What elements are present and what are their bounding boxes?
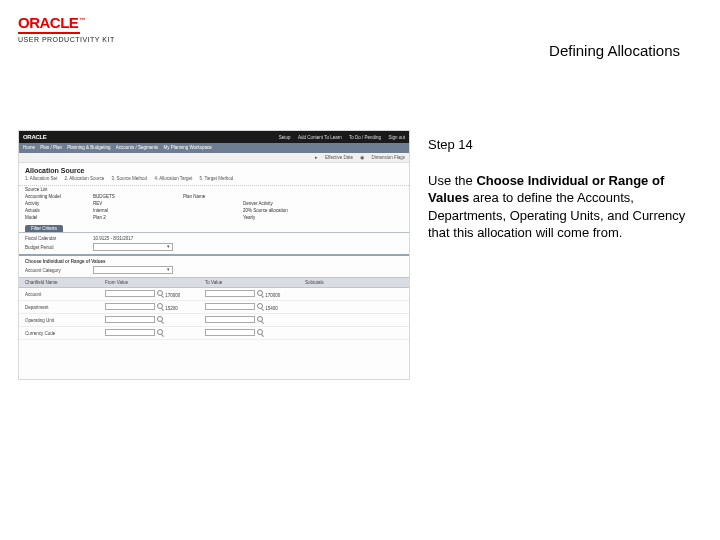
ss-steps: 1. Allocation Set 2. Allocation Source 3… xyxy=(19,176,409,186)
ss-grid-row: Department 15200 15400 xyxy=(19,301,409,314)
to-input[interactable] xyxy=(205,329,255,336)
search-icon[interactable] xyxy=(257,303,264,310)
from-input[interactable] xyxy=(105,303,155,310)
from-input[interactable] xyxy=(105,316,155,323)
upk-label: USER PRODUCTIVITY KIT xyxy=(18,36,115,43)
ss-panel2-title: Choose Individual or Range of Values xyxy=(25,258,403,265)
ss-field-row: ActualsInternal20% Source allocation xyxy=(19,207,409,214)
ss-grid-header: Chartfield Name From Value To Value Subt… xyxy=(19,277,409,288)
from-input[interactable] xyxy=(105,329,155,336)
search-icon[interactable] xyxy=(257,316,264,323)
dropdown-icon[interactable] xyxy=(93,266,173,274)
ss-section-title: Allocation Source xyxy=(19,163,409,176)
ss-field-row: ModelPlan 2Yearly xyxy=(19,214,409,221)
ss-grid-row: Currency Code xyxy=(19,327,409,340)
search-icon[interactable] xyxy=(157,329,164,336)
search-icon[interactable] xyxy=(257,290,264,297)
search-icon[interactable] xyxy=(157,290,164,297)
ss-top-menu: Setup Add Content To Learn To Do / Pendi… xyxy=(273,131,405,144)
oracle-logo: ORACLE™ xyxy=(18,14,115,34)
ss-field-row: Accounting ModelBUDGETSPlan Name xyxy=(19,193,409,200)
ss-field-row: ActivityREVDenver Activity xyxy=(19,200,409,207)
ss-tab[interactable]: Filter Criteria xyxy=(25,225,63,232)
page-title: Defining Allocations xyxy=(549,42,680,59)
ss-brand: ORACLE xyxy=(23,131,47,143)
ss-grid-row: Operating Unit xyxy=(19,314,409,327)
dropdown-icon[interactable] xyxy=(93,243,173,251)
ss-nav-left: Home Plan / Plan Planning & Budgeting Ac… xyxy=(23,143,216,153)
ss-subnav: ▸ Effective Date ◉ Dimension Flags xyxy=(19,153,409,163)
ss-grid-row: Account 170000 170000 xyxy=(19,288,409,301)
search-icon[interactable] xyxy=(157,316,164,323)
ss-field-row: Source List xyxy=(19,186,409,193)
to-input[interactable] xyxy=(205,303,255,310)
step-description: Use the Choose Individual or Range of Va… xyxy=(428,172,698,242)
search-icon[interactable] xyxy=(257,329,264,336)
from-input[interactable] xyxy=(105,290,155,297)
to-input[interactable] xyxy=(205,316,255,323)
embedded-screenshot: ORACLE Setup Add Content To Learn To Do … xyxy=(18,130,410,380)
to-input[interactable] xyxy=(205,290,255,297)
search-icon[interactable] xyxy=(157,303,164,310)
step-label: Step 14 xyxy=(428,136,698,154)
